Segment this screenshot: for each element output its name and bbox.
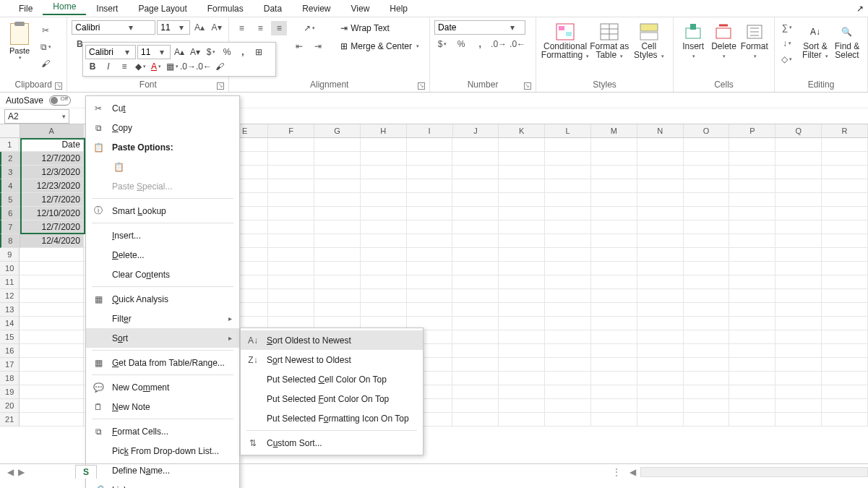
cell[interactable] — [314, 289, 361, 303]
col-header-N[interactable]: N — [637, 124, 684, 137]
cell[interactable] — [499, 358, 545, 372]
format-painter-icon[interactable]: 🖌 — [38, 56, 53, 71]
cell[interactable] — [545, 372, 591, 385]
row-header[interactable]: 8 — [0, 234, 20, 248]
menu-page-layout[interactable]: Page Layout — [128, 4, 197, 14]
cell[interactable] — [545, 152, 591, 166]
cell[interactable] — [20, 399, 83, 413]
cell[interactable] — [499, 275, 545, 289]
cell[interactable] — [775, 330, 822, 344]
paste-button[interactable]: Paste ▾ — [4, 20, 35, 71]
cell[interactable] — [361, 289, 407, 303]
cell[interactable] — [822, 221, 868, 234]
cell[interactable] — [822, 193, 868, 207]
number-format-input[interactable] — [438, 22, 507, 33]
cell[interactable] — [314, 221, 361, 234]
cell[interactable] — [499, 166, 545, 179]
cell[interactable] — [775, 372, 822, 385]
cell[interactable] — [407, 179, 453, 193]
sort-cell-color[interactable]: Put Selected Cell Color On Top — [241, 369, 423, 389]
cell[interactable] — [684, 179, 730, 193]
cell[interactable] — [452, 248, 499, 262]
col-header-K[interactable]: K — [499, 124, 545, 137]
cell[interactable] — [729, 330, 775, 344]
cell[interactable] — [452, 385, 499, 399]
cell[interactable] — [314, 207, 361, 221]
decrease-font-icon[interactable]: A▾ — [209, 20, 225, 35]
cell[interactable] — [729, 234, 775, 248]
cell[interactable] — [452, 193, 499, 207]
ctx-insert[interactable]: Insert... — [86, 226, 239, 245]
row-header[interactable]: 3 — [0, 166, 20, 179]
cell[interactable] — [499, 317, 545, 330]
cell[interactable] — [499, 193, 545, 207]
autosave-toggle[interactable]: Off — [49, 95, 71, 106]
cell[interactable] — [637, 344, 684, 358]
cell[interactable] — [452, 166, 499, 179]
menu-formulas[interactable]: Formulas — [197, 4, 254, 14]
cell[interactable] — [407, 166, 453, 179]
cell[interactable]: 12/7/2020 — [20, 152, 84, 166]
cell[interactable] — [314, 248, 361, 262]
row-header[interactable]: 4 — [0, 179, 20, 193]
horizontal-scrollbar[interactable]: ⋮ ◀ — [608, 463, 868, 479]
cell[interactable] — [452, 179, 499, 193]
cell[interactable] — [361, 303, 407, 317]
cell[interactable] — [729, 166, 775, 179]
cell[interactable] — [729, 152, 775, 166]
cell[interactable] — [591, 207, 637, 221]
cell[interactable] — [268, 275, 314, 289]
cell[interactable] — [452, 152, 499, 166]
cell[interactable] — [729, 179, 775, 193]
row-header[interactable]: 13 — [0, 303, 20, 317]
mini-fill-color-icon[interactable]: ◆▾ — [133, 59, 147, 74]
mini-size-combo[interactable]: ▾ — [137, 45, 171, 59]
cell[interactable] — [452, 234, 499, 248]
row-header[interactable]: 1 — [0, 138, 20, 152]
cell[interactable] — [361, 234, 407, 248]
name-box-dropdown-icon[interactable]: ▾ — [62, 113, 66, 120]
cell[interactable] — [684, 275, 730, 289]
cell[interactable] — [499, 152, 545, 166]
cell[interactable] — [361, 207, 407, 221]
sheet-nav-next-icon[interactable]: ▶ — [18, 467, 25, 477]
cell[interactable] — [20, 344, 83, 358]
fill-icon[interactable]: ↓▾ — [779, 36, 795, 51]
cell[interactable] — [637, 179, 684, 193]
delete-cells-button[interactable]: Delete▾ — [708, 20, 739, 62]
cell[interactable] — [591, 385, 637, 399]
col-header-O[interactable]: O — [684, 124, 730, 137]
cell[interactable] — [775, 179, 822, 193]
menu-help[interactable]: Help — [379, 4, 418, 14]
cell[interactable] — [637, 413, 684, 427]
cell[interactable] — [775, 358, 822, 372]
cell[interactable] — [452, 330, 499, 344]
cell[interactable] — [775, 207, 822, 221]
cell[interactable] — [499, 179, 545, 193]
cell[interactable] — [314, 138, 361, 152]
col-header-A[interactable]: A — [20, 124, 84, 137]
cell[interactable] — [407, 152, 453, 166]
cell[interactable] — [268, 303, 314, 317]
cell[interactable]: 12/10/2020 — [20, 207, 84, 221]
cell[interactable] — [637, 221, 684, 234]
copy-icon[interactable]: ⧉▾ — [38, 40, 53, 54]
decrease-indent-icon[interactable]: ⇤ — [291, 39, 307, 53]
col-header-R[interactable]: R — [822, 124, 868, 137]
col-header-G[interactable]: G — [314, 124, 361, 137]
cell[interactable] — [268, 179, 314, 193]
cell[interactable] — [822, 413, 868, 427]
cell[interactable] — [452, 303, 499, 317]
cell[interactable]: 12/3/2020 — [20, 166, 84, 179]
cell[interactable] — [637, 193, 684, 207]
ctx-copy[interactable]: ⧉Copy — [86, 118, 239, 137]
ctx-get-data[interactable]: ▦Get Data from Table/Range... — [86, 353, 239, 372]
cell[interactable] — [729, 317, 775, 330]
cell[interactable] — [268, 262, 314, 275]
cell[interactable] — [20, 248, 83, 262]
mini-comma-icon[interactable]: , — [236, 45, 250, 59]
mini-bold-icon[interactable]: B — [85, 59, 100, 74]
cell[interactable] — [268, 152, 314, 166]
cell[interactable] — [775, 385, 822, 399]
cell[interactable] — [591, 166, 637, 179]
